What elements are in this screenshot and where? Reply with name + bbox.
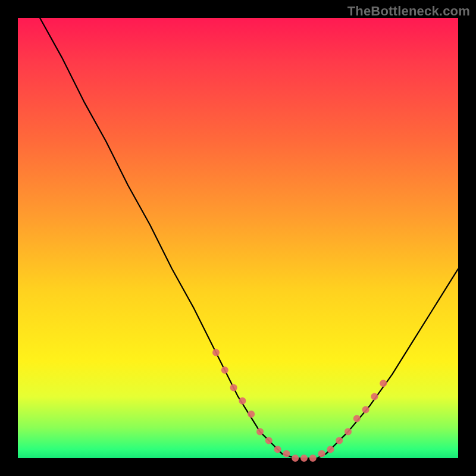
highlight-dot <box>212 349 220 356</box>
watermark-text: TheBottleneck.com <box>347 4 470 19</box>
highlight-dot <box>371 393 378 400</box>
bottleneck-curve <box>40 18 458 458</box>
highlight-dot <box>327 446 334 453</box>
highlight-dot <box>256 428 264 436</box>
highlight-dot <box>274 446 281 453</box>
highlight-dot <box>362 406 369 414</box>
plot-area <box>18 18 458 458</box>
highlight-dot <box>318 450 325 458</box>
highlight-dot <box>292 455 299 462</box>
highlight-dot <box>230 384 237 392</box>
highlight-dot <box>345 428 352 436</box>
curve-svg <box>18 18 458 458</box>
highlight-dot <box>380 380 387 387</box>
chart-frame: TheBottleneck.com <box>0 0 476 476</box>
highlight-dot <box>248 411 255 418</box>
highlight-dot <box>221 367 228 374</box>
highlight-dot <box>300 455 308 462</box>
highlight-dots <box>212 349 387 462</box>
highlight-dot <box>336 437 343 444</box>
highlight-dot <box>283 450 290 458</box>
highlight-dot <box>309 455 317 462</box>
highlight-dot <box>265 437 273 444</box>
highlight-dot <box>239 397 246 405</box>
highlight-dot <box>353 415 361 422</box>
